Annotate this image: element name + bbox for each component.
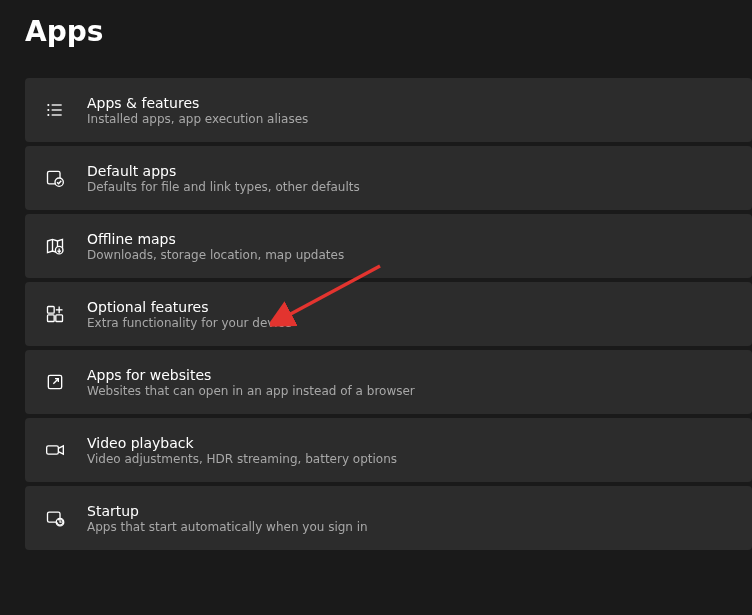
card-title: Offline maps <box>87 231 344 247</box>
card-text: Apps & features Installed apps, app exec… <box>87 95 308 126</box>
card-subtitle: Apps that start automatically when you s… <box>87 520 368 534</box>
svg-rect-17 <box>47 446 59 454</box>
open-external-icon <box>45 372 65 392</box>
svg-rect-12 <box>48 315 55 322</box>
card-subtitle: Downloads, storage location, map updates <box>87 248 344 262</box>
card-title: Apps for websites <box>87 367 415 383</box>
svg-rect-11 <box>48 307 55 314</box>
card-subtitle: Installed apps, app execution aliases <box>87 112 308 126</box>
page-title: Apps <box>25 15 752 48</box>
settings-card-apps-for-websites[interactable]: Apps for websites Websites that can open… <box>25 350 752 414</box>
card-title: Default apps <box>87 163 360 179</box>
card-title: Video playback <box>87 435 397 451</box>
svg-rect-13 <box>56 315 63 322</box>
startup-icon <box>45 508 65 528</box>
card-subtitle: Websites that can open in an app instead… <box>87 384 415 398</box>
card-subtitle: Defaults for file and link types, other … <box>87 180 360 194</box>
settings-card-apps-features[interactable]: Apps & features Installed apps, app exec… <box>25 78 752 142</box>
optional-features-icon <box>45 304 65 324</box>
settings-list: Apps & features Installed apps, app exec… <box>25 78 752 550</box>
card-text: Video playback Video adjustments, HDR st… <box>87 435 397 466</box>
card-text: Optional features Extra functionality fo… <box>87 299 292 330</box>
card-text: Default apps Defaults for file and link … <box>87 163 360 194</box>
map-icon <box>45 236 65 256</box>
default-apps-icon <box>45 168 65 188</box>
card-title: Optional features <box>87 299 292 315</box>
settings-card-offline-maps[interactable]: Offline maps Downloads, storage location… <box>25 214 752 278</box>
settings-card-video-playback[interactable]: Video playback Video adjustments, HDR st… <box>25 418 752 482</box>
card-title: Startup <box>87 503 368 519</box>
card-subtitle: Extra functionality for your device <box>87 316 292 330</box>
settings-card-default-apps[interactable]: Default apps Defaults for file and link … <box>25 146 752 210</box>
settings-card-startup[interactable]: Startup Apps that start automatically wh… <box>25 486 752 550</box>
settings-card-optional-features[interactable]: Optional features Extra functionality fo… <box>25 282 752 346</box>
card-text: Startup Apps that start automatically wh… <box>87 503 368 534</box>
list-icon <box>45 100 65 120</box>
card-title: Apps & features <box>87 95 308 111</box>
card-text: Apps for websites Websites that can open… <box>87 367 415 398</box>
video-icon <box>45 440 65 460</box>
card-text: Offline maps Downloads, storage location… <box>87 231 344 262</box>
card-subtitle: Video adjustments, HDR streaming, batter… <box>87 452 397 466</box>
